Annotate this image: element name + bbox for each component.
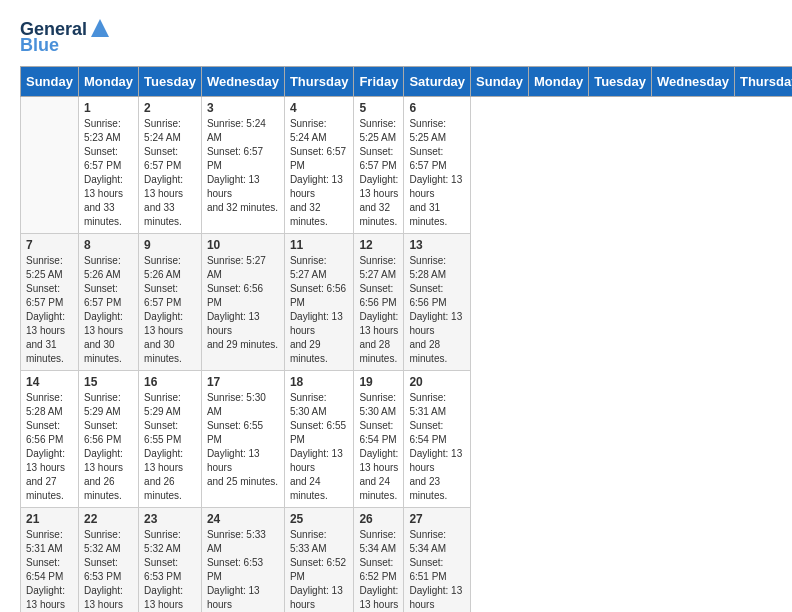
calendar-header-row: SundayMondayTuesdayWednesdayThursdayFrid… — [21, 66, 793, 96]
week-row-1: 7Sunrise: 5:25 AM Sunset: 6:57 PM Daylig… — [21, 233, 793, 370]
day-number: 11 — [290, 238, 349, 252]
day-info: Sunrise: 5:29 AM Sunset: 6:56 PM Dayligh… — [84, 391, 133, 503]
day-number: 4 — [290, 101, 349, 115]
day-info: Sunrise: 5:33 AM Sunset: 6:53 PM Dayligh… — [207, 528, 279, 612]
day-number: 16 — [144, 375, 196, 389]
day-number: 5 — [359, 101, 398, 115]
weekday-header-wednesday: Wednesday — [651, 66, 734, 96]
calendar-table: SundayMondayTuesdayWednesdayThursdayFrid… — [20, 66, 792, 612]
day-number: 21 — [26, 512, 73, 526]
day-number: 10 — [207, 238, 279, 252]
calendar-cell: 24Sunrise: 5:33 AM Sunset: 6:53 PM Dayli… — [201, 507, 284, 612]
calendar-cell: 5Sunrise: 5:25 AM Sunset: 6:57 PM Daylig… — [354, 96, 404, 233]
day-info: Sunrise: 5:24 AM Sunset: 6:57 PM Dayligh… — [290, 117, 349, 229]
day-number: 23 — [144, 512, 196, 526]
day-info: Sunrise: 5:27 AM Sunset: 6:56 PM Dayligh… — [290, 254, 349, 366]
svg-marker-0 — [91, 19, 109, 37]
day-number: 12 — [359, 238, 398, 252]
calendar-cell: 25Sunrise: 5:33 AM Sunset: 6:52 PM Dayli… — [284, 507, 354, 612]
calendar-cell: 13Sunrise: 5:28 AM Sunset: 6:56 PM Dayli… — [404, 233, 471, 370]
page-header: General Blue — [20, 20, 772, 56]
calendar-cell: 23Sunrise: 5:32 AM Sunset: 6:53 PM Dayli… — [139, 507, 202, 612]
day-number: 27 — [409, 512, 465, 526]
calendar-cell: 16Sunrise: 5:29 AM Sunset: 6:55 PM Dayli… — [139, 370, 202, 507]
week-row-2: 14Sunrise: 5:28 AM Sunset: 6:56 PM Dayli… — [21, 370, 793, 507]
calendar-cell: 21Sunrise: 5:31 AM Sunset: 6:54 PM Dayli… — [21, 507, 79, 612]
week-row-0: 1Sunrise: 5:23 AM Sunset: 6:57 PM Daylig… — [21, 96, 793, 233]
day-info: Sunrise: 5:32 AM Sunset: 6:53 PM Dayligh… — [144, 528, 196, 612]
day-info: Sunrise: 5:34 AM Sunset: 6:52 PM Dayligh… — [359, 528, 398, 612]
calendar-cell: 19Sunrise: 5:30 AM Sunset: 6:54 PM Dayli… — [354, 370, 404, 507]
day-number: 19 — [359, 375, 398, 389]
calendar-cell: 10Sunrise: 5:27 AM Sunset: 6:56 PM Dayli… — [201, 233, 284, 370]
calendar-cell: 4Sunrise: 5:24 AM Sunset: 6:57 PM Daylig… — [284, 96, 354, 233]
day-info: Sunrise: 5:27 AM Sunset: 6:56 PM Dayligh… — [359, 254, 398, 366]
day-info: Sunrise: 5:26 AM Sunset: 6:57 PM Dayligh… — [84, 254, 133, 366]
calendar-cell: 9Sunrise: 5:26 AM Sunset: 6:57 PM Daylig… — [139, 233, 202, 370]
day-number: 22 — [84, 512, 133, 526]
day-info: Sunrise: 5:25 AM Sunset: 6:57 PM Dayligh… — [359, 117, 398, 229]
day-info: Sunrise: 5:32 AM Sunset: 6:53 PM Dayligh… — [84, 528, 133, 612]
day-info: Sunrise: 5:25 AM Sunset: 6:57 PM Dayligh… — [409, 117, 465, 229]
day-info: Sunrise: 5:27 AM Sunset: 6:56 PM Dayligh… — [207, 254, 279, 352]
day-number: 26 — [359, 512, 398, 526]
day-number: 15 — [84, 375, 133, 389]
day-number: 3 — [207, 101, 279, 115]
day-number: 8 — [84, 238, 133, 252]
day-number: 13 — [409, 238, 465, 252]
day-number: 24 — [207, 512, 279, 526]
header-wednesday: Wednesday — [201, 66, 284, 96]
day-info: Sunrise: 5:31 AM Sunset: 6:54 PM Dayligh… — [26, 528, 73, 612]
day-number: 2 — [144, 101, 196, 115]
day-number: 7 — [26, 238, 73, 252]
logo-icon — [89, 17, 111, 39]
day-number: 25 — [290, 512, 349, 526]
weekday-header-sunday: Sunday — [471, 66, 529, 96]
calendar-cell: 14Sunrise: 5:28 AM Sunset: 6:56 PM Dayli… — [21, 370, 79, 507]
calendar-cell: 11Sunrise: 5:27 AM Sunset: 6:56 PM Dayli… — [284, 233, 354, 370]
day-number: 6 — [409, 101, 465, 115]
calendar-cell: 6Sunrise: 5:25 AM Sunset: 6:57 PM Daylig… — [404, 96, 471, 233]
header-friday: Friday — [354, 66, 404, 96]
day-info: Sunrise: 5:30 AM Sunset: 6:55 PM Dayligh… — [207, 391, 279, 489]
header-thursday: Thursday — [284, 66, 354, 96]
day-info: Sunrise: 5:26 AM Sunset: 6:57 PM Dayligh… — [144, 254, 196, 366]
calendar-cell: 17Sunrise: 5:30 AM Sunset: 6:55 PM Dayli… — [201, 370, 284, 507]
day-info: Sunrise: 5:28 AM Sunset: 6:56 PM Dayligh… — [409, 254, 465, 366]
weekday-header-tuesday: Tuesday — [589, 66, 652, 96]
weekday-header-monday: Monday — [529, 66, 589, 96]
calendar-cell: 26Sunrise: 5:34 AM Sunset: 6:52 PM Dayli… — [354, 507, 404, 612]
header-sunday: Sunday — [21, 66, 79, 96]
day-info: Sunrise: 5:31 AM Sunset: 6:54 PM Dayligh… — [409, 391, 465, 503]
day-number: 17 — [207, 375, 279, 389]
day-info: Sunrise: 5:30 AM Sunset: 6:54 PM Dayligh… — [359, 391, 398, 503]
logo: General Blue — [20, 20, 111, 56]
calendar-cell: 8Sunrise: 5:26 AM Sunset: 6:57 PM Daylig… — [78, 233, 138, 370]
header-monday: Monday — [78, 66, 138, 96]
calendar-cell: 12Sunrise: 5:27 AM Sunset: 6:56 PM Dayli… — [354, 233, 404, 370]
day-info: Sunrise: 5:28 AM Sunset: 6:56 PM Dayligh… — [26, 391, 73, 503]
calendar-cell: 7Sunrise: 5:25 AM Sunset: 6:57 PM Daylig… — [21, 233, 79, 370]
day-info: Sunrise: 5:33 AM Sunset: 6:52 PM Dayligh… — [290, 528, 349, 612]
weekday-header-thursday: Thursday — [734, 66, 792, 96]
calendar-cell: 1Sunrise: 5:23 AM Sunset: 6:57 PM Daylig… — [78, 96, 138, 233]
day-info: Sunrise: 5:23 AM Sunset: 6:57 PM Dayligh… — [84, 117, 133, 229]
calendar-cell: 20Sunrise: 5:31 AM Sunset: 6:54 PM Dayli… — [404, 370, 471, 507]
calendar-cell — [21, 96, 79, 233]
day-number: 1 — [84, 101, 133, 115]
calendar-cell: 3Sunrise: 5:24 AM Sunset: 6:57 PM Daylig… — [201, 96, 284, 233]
calendar-cell: 15Sunrise: 5:29 AM Sunset: 6:56 PM Dayli… — [78, 370, 138, 507]
calendar-cell: 18Sunrise: 5:30 AM Sunset: 6:55 PM Dayli… — [284, 370, 354, 507]
day-info: Sunrise: 5:30 AM Sunset: 6:55 PM Dayligh… — [290, 391, 349, 503]
header-saturday: Saturday — [404, 66, 471, 96]
day-number: 20 — [409, 375, 465, 389]
day-number: 18 — [290, 375, 349, 389]
calendar-cell: 2Sunrise: 5:24 AM Sunset: 6:57 PM Daylig… — [139, 96, 202, 233]
day-info: Sunrise: 5:25 AM Sunset: 6:57 PM Dayligh… — [26, 254, 73, 366]
calendar-cell: 27Sunrise: 5:34 AM Sunset: 6:51 PM Dayli… — [404, 507, 471, 612]
day-number: 14 — [26, 375, 73, 389]
calendar-cell: 22Sunrise: 5:32 AM Sunset: 6:53 PM Dayli… — [78, 507, 138, 612]
day-info: Sunrise: 5:24 AM Sunset: 6:57 PM Dayligh… — [207, 117, 279, 215]
day-info: Sunrise: 5:34 AM Sunset: 6:51 PM Dayligh… — [409, 528, 465, 612]
header-tuesday: Tuesday — [139, 66, 202, 96]
